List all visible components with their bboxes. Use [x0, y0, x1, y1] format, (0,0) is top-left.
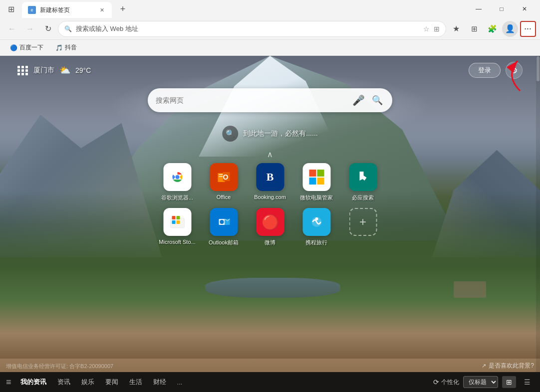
like-background-btn[interactable]: ↗ 是否喜欢此背景?	[482, 362, 534, 370]
shortcut-booking[interactable]: B Booking.com	[249, 163, 291, 201]
hamburger-btn[interactable]: ≡	[6, 377, 11, 388]
nav-yule[interactable]: 娱乐	[79, 377, 96, 388]
shortcuts-row-1: 谷歌浏览器... O Office B Booking.com	[156, 163, 384, 201]
settings-btn[interactable]: ⚙	[506, 62, 523, 79]
city-name: 厦门市	[33, 66, 54, 75]
like-text: 是否喜欢此背景?	[489, 362, 534, 370]
chrome-label: 谷歌浏览器...	[161, 194, 193, 201]
close-btn[interactable]: ✕	[513, 0, 536, 18]
forward-btn[interactable]: →	[22, 21, 38, 37]
maximize-btn[interactable]: □	[490, 0, 513, 18]
office-label: Office	[217, 194, 231, 200]
nav-yaow[interactable]: 要闻	[103, 377, 120, 388]
scrollbar-thumb[interactable]	[537, 56, 540, 81]
feed-style-select[interactable]: 仅标题 卡片 列表	[463, 376, 498, 388]
bottom-right-controls: ⟳ 个性化 仅标题 卡片 列表 ⊞ ☰	[433, 376, 534, 388]
search-icon: 🔍	[64, 25, 72, 32]
expand-icon: ↗	[482, 363, 486, 369]
collapse-arrow-btn[interactable]: ∧	[267, 150, 273, 159]
extensions-btn[interactable]: 🧩	[484, 21, 500, 37]
svg-rect-11	[309, 178, 316, 185]
scrollbar[interactable]	[536, 56, 540, 372]
address-star-icon[interactable]: ☆	[423, 25, 430, 33]
window-controls: — □ ✕	[467, 0, 536, 18]
tab-title: 新建标签页	[40, 6, 70, 14]
baidu-icon: 🔵	[10, 44, 17, 51]
nav-zixun[interactable]: 资讯	[55, 377, 72, 388]
weibo-label: 微博	[265, 239, 275, 246]
weibo-icon: 🔴	[256, 208, 284, 236]
svg-point-3	[175, 175, 179, 179]
shortcut-msguard[interactable]: 微软电脑管家	[295, 163, 338, 201]
msstore-icon	[163, 208, 191, 236]
svg-rect-17	[176, 220, 180, 224]
browser-content: 厦门市 ⛅ 29°C 登录 ⚙ 🎤 🔍 🔍 到此地一游，必然有...... ∧	[0, 56, 540, 392]
login-btn[interactable]: 登录	[469, 63, 501, 78]
personalize-icon: ⟳	[433, 378, 439, 386]
address-bar[interactable]: 🔍 搜索或输入 Web 地址 ☆ ⊞	[58, 21, 446, 37]
svg-rect-15	[176, 216, 180, 219]
building-hint	[454, 281, 486, 298]
msstore-label: Microsoft Sto...	[159, 239, 195, 245]
bing-icon	[349, 163, 377, 191]
view-list-btn[interactable]: ☰	[520, 376, 534, 388]
booking-icon: B	[256, 163, 284, 191]
favorites-btn[interactable]: ★	[448, 21, 464, 37]
svg-rect-16	[172, 220, 175, 224]
nav-shenghuo[interactable]: 生活	[127, 377, 144, 388]
personalize-btn[interactable]: ⟳ 个性化	[433, 378, 459, 387]
mic-btn[interactable]: 🎤	[351, 93, 365, 107]
svg-point-20	[220, 220, 224, 224]
new-tab-btn[interactable]: +	[116, 2, 130, 16]
weather-icon: ⛅	[59, 65, 70, 76]
svg-rect-14	[172, 216, 175, 219]
profile-btn[interactable]: 👤	[502, 21, 518, 37]
tab-close-btn[interactable]: ✕	[98, 6, 106, 14]
search-box[interactable]: 🎤 🔍	[148, 88, 392, 112]
svg-text:O: O	[223, 173, 228, 181]
sidebar-toggle-btn[interactable]: ⊞	[4, 2, 18, 16]
menu-btn[interactable]: ···	[520, 21, 536, 37]
apps-grid-icon[interactable]	[17, 66, 28, 75]
search-area: 🎤 🔍	[148, 88, 392, 112]
refresh-btn[interactable]: ↻	[40, 21, 56, 37]
active-tab[interactable]: e 新建标签页 ✕	[22, 2, 112, 18]
chrome-icon	[163, 163, 191, 191]
bookmark-baidu[interactable]: 🔵 百度一下	[6, 42, 47, 53]
douyin-label: 抖音	[65, 43, 77, 52]
shortcut-msstore[interactable]: Microsoft Sto...	[156, 208, 199, 245]
search-btn[interactable]: 🔍	[370, 93, 384, 107]
shortcut-chrome[interactable]: 谷歌浏览器...	[156, 163, 199, 201]
douyin-icon: 🎵	[55, 44, 63, 51]
icp-notice: 增值电信业务经营许可证: 合字B2-20090007	[6, 363, 113, 370]
nav-more[interactable]: ...	[175, 378, 185, 387]
office-icon: O	[210, 163, 238, 191]
shortcut-office[interactable]: O Office	[203, 163, 245, 201]
add-shortcut-btn[interactable]: +	[342, 208, 384, 236]
nav-bar: ← → ↻ 🔍 搜索或输入 Web 地址 ☆ ⊞ ★ ⊞ 🧩 👤 ···	[0, 18, 540, 40]
back-btn[interactable]: ←	[4, 21, 20, 37]
quote-icon: 🔍	[222, 126, 238, 142]
address-text: 搜索或输入 Web 地址	[76, 24, 419, 33]
outlook-label: Outlook邮箱	[209, 239, 239, 246]
quote-text: 到此地一游，必然有......	[243, 129, 317, 138]
quote-area: 🔍 到此地一游，必然有......	[222, 126, 317, 142]
baidu-label: 百度一下	[19, 43, 43, 52]
shortcut-weibo[interactable]: 🔴 微博	[249, 208, 291, 246]
temperature: 29°C	[75, 66, 91, 74]
top-right-controls: 登录 ⚙	[469, 62, 523, 79]
water-area	[205, 278, 340, 298]
shortcut-bing[interactable]: 必应搜索	[342, 163, 384, 201]
tab-favicon: e	[28, 6, 36, 14]
bookmark-douyin[interactable]: 🎵 抖音	[51, 42, 81, 53]
nav-wode-zixun[interactable]: 我的资讯	[18, 377, 48, 388]
collections-icon[interactable]: ⊞	[434, 25, 440, 33]
view-grid-btn[interactable]: ⊞	[502, 376, 516, 388]
shortcut-trip[interactable]: 携程旅行	[295, 208, 338, 246]
collections-btn[interactable]: ⊞	[466, 21, 482, 37]
minimize-btn[interactable]: —	[467, 0, 490, 18]
shortcut-outlook[interactable]: Outlook邮箱	[203, 208, 245, 246]
search-input[interactable]	[156, 96, 346, 104]
nav-caijing[interactable]: 财经	[151, 377, 168, 388]
bottom-bar: ≡ 我的资讯 资讯 娱乐 要闻 生活 财经 ... ⟳ 个性化 仅标题 卡片 列…	[0, 372, 540, 392]
